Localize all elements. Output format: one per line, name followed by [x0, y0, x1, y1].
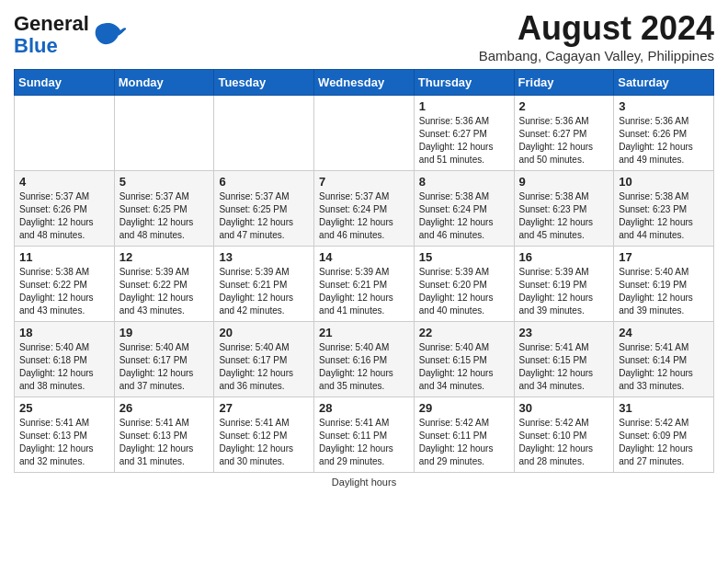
calendar-cell: 6Sunrise: 5:37 AM Sunset: 6:25 PM Daylig… — [214, 171, 314, 247]
header: General Blue August 2024 Bambang, Cagaya… — [14, 9, 714, 63]
day-number: 1 — [419, 99, 509, 113]
logo-blue: Blue — [14, 35, 89, 57]
footer-note: Daylight hours — [14, 477, 714, 488]
logo-bird-icon — [93, 21, 126, 49]
day-number: 19 — [119, 326, 210, 339]
calendar-cell: 30Sunrise: 5:42 AM Sunset: 6:10 PM Dayli… — [514, 397, 614, 473]
cell-content: Sunrise: 5:40 AM Sunset: 6:19 PM Dayligh… — [619, 266, 709, 317]
day-number: 30 — [519, 401, 609, 415]
cell-content: Sunrise: 5:41 AM Sunset: 6:13 PM Dayligh… — [119, 417, 210, 468]
cell-content: Sunrise: 5:42 AM Sunset: 6:11 PM Dayligh… — [419, 417, 509, 468]
calendar-table: SundayMondayTuesdayWednesdayThursdayFrid… — [14, 69, 714, 473]
week-row-2: 4Sunrise: 5:37 AM Sunset: 6:26 PM Daylig… — [15, 171, 714, 247]
calendar-cell: 20Sunrise: 5:40 AM Sunset: 6:17 PM Dayli… — [214, 322, 314, 397]
day-number: 21 — [319, 326, 409, 339]
cell-content: Sunrise: 5:42 AM Sunset: 6:10 PM Dayligh… — [519, 417, 609, 468]
calendar-cell: 3Sunrise: 5:36 AM Sunset: 6:26 PM Daylig… — [614, 96, 714, 171]
day-number: 14 — [319, 250, 409, 264]
cell-content: Sunrise: 5:37 AM Sunset: 6:24 PM Dayligh… — [319, 190, 409, 242]
calendar-cell: 2Sunrise: 5:36 AM Sunset: 6:27 PM Daylig… — [514, 96, 614, 171]
month-year-title: August 2024 — [479, 9, 714, 48]
calendar-cell: 12Sunrise: 5:39 AM Sunset: 6:22 PM Dayli… — [114, 247, 214, 322]
cell-content: Sunrise: 5:41 AM Sunset: 6:11 PM Dayligh… — [319, 417, 409, 468]
header-day-saturday: Saturday — [614, 70, 714, 96]
day-number: 15 — [419, 250, 509, 264]
calendar-cell: 4Sunrise: 5:37 AM Sunset: 6:26 PM Daylig… — [15, 171, 115, 247]
calendar-cell — [214, 96, 314, 171]
day-number: 13 — [219, 250, 309, 264]
cell-content: Sunrise: 5:39 AM Sunset: 6:21 PM Dayligh… — [219, 266, 309, 317]
header-day-sunday: Sunday — [15, 70, 115, 96]
calendar-cell: 27Sunrise: 5:41 AM Sunset: 6:12 PM Dayli… — [214, 397, 314, 473]
day-number: 17 — [619, 250, 709, 264]
calendar-body: 1Sunrise: 5:36 AM Sunset: 6:27 PM Daylig… — [15, 96, 714, 473]
day-number: 24 — [619, 326, 709, 339]
cell-content: Sunrise: 5:38 AM Sunset: 6:22 PM Dayligh… — [19, 266, 109, 317]
cell-content: Sunrise: 5:41 AM Sunset: 6:15 PM Dayligh… — [519, 341, 609, 393]
day-number: 16 — [519, 250, 609, 264]
day-number: 3 — [619, 99, 709, 113]
week-row-5: 25Sunrise: 5:41 AM Sunset: 6:13 PM Dayli… — [15, 397, 714, 473]
cell-content: Sunrise: 5:41 AM Sunset: 6:12 PM Dayligh… — [219, 417, 309, 468]
day-number: 5 — [119, 175, 210, 189]
day-number: 6 — [219, 175, 309, 189]
calendar-header-row: SundayMondayTuesdayWednesdayThursdayFrid… — [15, 70, 714, 96]
day-number: 18 — [19, 326, 109, 339]
calendar-cell: 10Sunrise: 5:38 AM Sunset: 6:23 PM Dayli… — [614, 171, 714, 247]
calendar-cell: 26Sunrise: 5:41 AM Sunset: 6:13 PM Dayli… — [114, 397, 214, 473]
calendar-cell: 5Sunrise: 5:37 AM Sunset: 6:25 PM Daylig… — [114, 171, 214, 247]
day-number: 8 — [419, 175, 509, 189]
calendar-cell: 19Sunrise: 5:40 AM Sunset: 6:17 PM Dayli… — [114, 322, 214, 397]
calendar-cell: 29Sunrise: 5:42 AM Sunset: 6:11 PM Dayli… — [414, 397, 514, 473]
cell-content: Sunrise: 5:38 AM Sunset: 6:23 PM Dayligh… — [519, 190, 609, 242]
calendar-cell: 7Sunrise: 5:37 AM Sunset: 6:24 PM Daylig… — [314, 171, 415, 247]
header-day-friday: Friday — [514, 70, 614, 96]
cell-content: Sunrise: 5:36 AM Sunset: 6:27 PM Dayligh… — [419, 115, 509, 167]
cell-content: Sunrise: 5:36 AM Sunset: 6:26 PM Dayligh… — [619, 115, 709, 167]
cell-content: Sunrise: 5:40 AM Sunset: 6:18 PM Dayligh… — [19, 341, 109, 393]
location-subtitle: Bambang, Cagayan Valley, Philippines — [479, 48, 714, 63]
cell-content: Sunrise: 5:39 AM Sunset: 6:20 PM Dayligh… — [419, 266, 509, 317]
calendar-cell: 21Sunrise: 5:40 AM Sunset: 6:16 PM Dayli… — [314, 322, 415, 397]
day-number: 29 — [419, 401, 509, 415]
cell-content: Sunrise: 5:39 AM Sunset: 6:19 PM Dayligh… — [519, 266, 609, 317]
day-number: 26 — [119, 401, 210, 415]
calendar-cell: 28Sunrise: 5:41 AM Sunset: 6:11 PM Dayli… — [314, 397, 415, 473]
day-number: 4 — [19, 175, 109, 189]
calendar-cell: 16Sunrise: 5:39 AM Sunset: 6:19 PM Dayli… — [514, 247, 614, 322]
cell-content: Sunrise: 5:42 AM Sunset: 6:09 PM Dayligh… — [619, 417, 709, 468]
day-number: 22 — [419, 326, 509, 339]
header-day-thursday: Thursday — [414, 70, 514, 96]
calendar-cell: 23Sunrise: 5:41 AM Sunset: 6:15 PM Dayli… — [514, 322, 614, 397]
calendar-cell — [15, 96, 115, 171]
day-number: 10 — [619, 175, 709, 189]
calendar-cell — [314, 96, 415, 171]
cell-content: Sunrise: 5:40 AM Sunset: 6:17 PM Dayligh… — [119, 341, 210, 393]
week-row-3: 11Sunrise: 5:38 AM Sunset: 6:22 PM Dayli… — [15, 247, 714, 322]
calendar-cell: 8Sunrise: 5:38 AM Sunset: 6:24 PM Daylig… — [414, 171, 514, 247]
header-day-tuesday: Tuesday — [214, 70, 314, 96]
day-number: 7 — [319, 175, 409, 189]
calendar-cell: 11Sunrise: 5:38 AM Sunset: 6:22 PM Dayli… — [15, 247, 115, 322]
day-number: 11 — [19, 250, 109, 264]
calendar-cell: 24Sunrise: 5:41 AM Sunset: 6:14 PM Dayli… — [614, 322, 714, 397]
calendar-cell: 31Sunrise: 5:42 AM Sunset: 6:09 PM Dayli… — [614, 397, 714, 473]
calendar-cell: 14Sunrise: 5:39 AM Sunset: 6:21 PM Dayli… — [314, 247, 415, 322]
logo: General Blue — [14, 9, 126, 57]
calendar-cell — [114, 96, 214, 171]
day-number: 31 — [619, 401, 709, 415]
cell-content: Sunrise: 5:37 AM Sunset: 6:25 PM Dayligh… — [119, 190, 210, 242]
calendar-cell: 13Sunrise: 5:39 AM Sunset: 6:21 PM Dayli… — [214, 247, 314, 322]
cell-content: Sunrise: 5:41 AM Sunset: 6:14 PM Dayligh… — [619, 341, 709, 393]
calendar-cell: 9Sunrise: 5:38 AM Sunset: 6:23 PM Daylig… — [514, 171, 614, 247]
cell-content: Sunrise: 5:39 AM Sunset: 6:22 PM Dayligh… — [119, 266, 210, 317]
day-number: 28 — [319, 401, 409, 415]
day-number: 27 — [219, 401, 309, 415]
calendar-cell: 18Sunrise: 5:40 AM Sunset: 6:18 PM Dayli… — [15, 322, 115, 397]
week-row-4: 18Sunrise: 5:40 AM Sunset: 6:18 PM Dayli… — [15, 322, 714, 397]
cell-content: Sunrise: 5:36 AM Sunset: 6:27 PM Dayligh… — [519, 115, 609, 167]
day-number: 2 — [519, 99, 609, 113]
header-day-monday: Monday — [114, 70, 214, 96]
calendar-cell: 22Sunrise: 5:40 AM Sunset: 6:15 PM Dayli… — [414, 322, 514, 397]
title-area: August 2024 Bambang, Cagayan Valley, Phi… — [479, 9, 714, 63]
